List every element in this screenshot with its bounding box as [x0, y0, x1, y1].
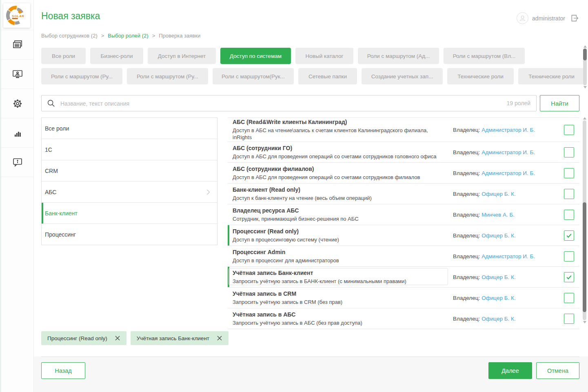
owner-link[interactable]: Офицер Б. К. — [481, 274, 515, 280]
breadcrumb-step-employees[interactable]: Выбор сотрудников (2) — [41, 33, 98, 39]
scroll-down-arrow[interactable] — [583, 321, 586, 323]
sidebar-nav — [1, 30, 33, 177]
tab-network-folders[interactable]: Сетевые папки — [298, 68, 357, 84]
category-abs[interactable]: АБС — [42, 181, 217, 202]
selected-roles-chips: Процессинг (Read only) Учётная запись Ба… — [41, 331, 229, 345]
role-checkbox[interactable] — [564, 168, 574, 178]
icon-sidebar: SOLAR — [1, 0, 34, 392]
role-title: Учётная запись в CRM — [233, 290, 453, 297]
role-row-account-crm[interactable]: Учётная запись в CRM Запросить учётную з… — [228, 288, 579, 308]
breadcrumb-step-roles[interactable]: Выбор ролей (2) — [108, 33, 148, 39]
info-bubble-icon — [11, 156, 24, 169]
category-crm[interactable]: CRM — [42, 160, 217, 181]
tab-technical-roles-1[interactable]: Технические роли — [447, 68, 514, 84]
logout-button[interactable] — [570, 13, 579, 23]
category-bank-client[interactable]: Банк-клиент — [42, 202, 217, 224]
chip-remove-button[interactable] — [115, 335, 120, 341]
scrollbar-thumb[interactable] — [583, 202, 586, 312]
search-icon — [47, 99, 55, 109]
scrollbar-track[interactable] — [583, 120, 586, 320]
role-text: Банк-клиент (Read only) Доступ к банк-кл… — [228, 186, 453, 202]
role-checkbox[interactable] — [564, 147, 574, 157]
role-row-processing-read-only[interactable]: Процессинг (Read only) Доступ в процесси… — [228, 225, 579, 246]
tab-route-roles-ad[interactable]: Роли с маршрутом (Ад... — [358, 48, 439, 64]
close-icon — [217, 335, 222, 341]
role-title: АБС (сотрудники ГО) — [233, 145, 453, 152]
tab-new-catalog[interactable]: Новый каталог — [295, 48, 353, 64]
role-row-account-abs[interactable]: Учётная запись в АБС Запросить учётную з… — [228, 308, 579, 329]
tab-system-access[interactable]: Доступ по системам — [220, 48, 291, 64]
search-input[interactable] — [60, 95, 491, 112]
category-label: CRM — [45, 168, 58, 174]
user-block: administrator — [517, 12, 579, 24]
chip-processing-read-only: Процессинг (Read only) — [41, 331, 126, 345]
back-button[interactable]: Назад — [41, 362, 85, 379]
owner-link[interactable]: Администратор И. Б. — [481, 170, 535, 176]
owner-link[interactable]: Офицер Б. К. — [481, 316, 515, 322]
cancel-button[interactable]: Отмена — [536, 362, 579, 379]
role-row-abs-hq-staff[interactable]: АБС (сотрудники ГО) Доступ в АБС для про… — [228, 142, 579, 163]
role-row-processing-admin[interactable]: Процессинг Admin Доступ в процессинг для… — [228, 246, 579, 267]
catalog-tabs: Все роли Бизнес-роли Доступ в Интернет Д… — [41, 48, 576, 89]
category-1c[interactable]: 1С — [42, 139, 217, 160]
owner-link[interactable]: Офицер Б. К. — [481, 295, 515, 301]
role-checkbox[interactable] — [564, 293, 574, 303]
scrollbar-track[interactable] — [583, 49, 587, 85]
owner-label: Владелец: — [453, 212, 480, 218]
breadcrumb: Выбор сотрудников (2) > Выбор ролей (2) … — [41, 33, 200, 39]
owner-link[interactable]: Минчев А. Б. — [481, 212, 515, 218]
tab-internet-access[interactable]: Доступ в Интернет — [148, 48, 216, 64]
role-title: АБС (сотрудники филиалов) — [233, 166, 453, 173]
scroll-up-arrow[interactable] — [583, 117, 586, 120]
monitor-user-icon — [11, 68, 24, 81]
role-checkbox[interactable] — [564, 251, 574, 261]
role-list-scrollbar[interactable] — [582, 117, 587, 323]
sidebar-item-info[interactable] — [1, 148, 33, 177]
role-checkbox[interactable] — [564, 210, 574, 220]
chip-remove-button[interactable] — [217, 335, 222, 341]
breadcrumb-step-review[interactable]: Проверка заявки — [159, 33, 200, 39]
sidebar-item-accounts[interactable] — [1, 60, 33, 89]
owner-link[interactable]: Администратор И. Б. — [481, 127, 535, 133]
tab-account-creation[interactable]: Создание учетных зап... — [362, 68, 443, 84]
role-row-abs-rw-kaliningrad[interactable]: АБС (Read&Write клиенты Калининград) Дос… — [228, 118, 579, 142]
tab-all-roles[interactable]: Все роли — [41, 48, 86, 64]
tab-route-roles-ru2[interactable]: Роли с маршрутом (Ру... — [127, 68, 208, 84]
owner-link[interactable]: Офицер Б. К. — [481, 233, 515, 239]
role-row-bank-client-read-only[interactable]: Банк-клиент (Read only) Доступ к банк-кл… — [228, 184, 579, 204]
tab-technical-roles-2[interactable]: Технические роли — [518, 68, 585, 84]
role-description: Доступ в АБС на чтение\запись к счетам к… — [233, 127, 453, 134]
sidebar-item-requests[interactable] — [1, 30, 33, 60]
tab-route-roles-ruk[interactable]: Роли с маршрутом(Рук... — [213, 68, 294, 84]
owner-link[interactable]: Администратор И. Б. — [481, 149, 535, 155]
tab-route-roles-vl[interactable]: Роли с маршрутом (Вл... — [444, 48, 525, 64]
category-processing[interactable]: Процессинг — [42, 224, 217, 245]
roles-count: 19 ролей — [506, 100, 530, 106]
role-checkbox-checked[interactable] — [564, 272, 574, 282]
scroll-down-arrow[interactable] — [584, 86, 587, 89]
find-button[interactable]: Найти — [540, 95, 579, 111]
scroll-up-arrow[interactable] — [584, 45, 587, 48]
tab-route-roles-ru1[interactable]: Роли с маршрутом (Ру... — [41, 68, 122, 84]
owner-link[interactable]: Администратор И. Б. — [481, 253, 535, 259]
tab-business-roles[interactable]: Бизнес-роли — [90, 48, 143, 64]
role-checkbox-checked[interactable] — [564, 230, 574, 241]
role-row-abs-resource-owner[interactable]: Владелец ресурса АБС Сотрудник, принимаю… — [228, 204, 579, 225]
solar-logo[interactable]: SOLAR — [3, 3, 30, 28]
user-name: administrator — [532, 15, 565, 22]
sidebar-item-settings[interactable] — [1, 89, 33, 118]
scrollbar-thumb[interactable] — [583, 49, 587, 60]
category-all-roles[interactable]: Все роли — [42, 118, 217, 139]
owner-link[interactable]: Офицер Б. К. — [481, 191, 515, 197]
sidebar-item-reports[interactable] — [1, 118, 33, 148]
category-list: Все роли 1С CRM АБС Банк-клиент Процесси… — [41, 117, 217, 245]
tabs-scrollbar[interactable] — [582, 45, 588, 89]
catalog-tabs-row1: Все роли Бизнес-роли Доступ в Интернет Д… — [41, 48, 576, 64]
role-checkbox[interactable] — [564, 125, 574, 135]
role-checkbox[interactable] — [564, 314, 574, 324]
role-checkbox[interactable] — [564, 189, 574, 199]
role-row-account-bank-client[interactable]: Учётная запись Банк-клиент Запросить учё… — [228, 267, 579, 288]
next-button[interactable]: Далее — [488, 362, 532, 379]
check-icon — [566, 274, 572, 281]
role-row-abs-branch-staff[interactable]: АБС (сотрудники филиалов) Доступ в АБС д… — [228, 163, 579, 184]
